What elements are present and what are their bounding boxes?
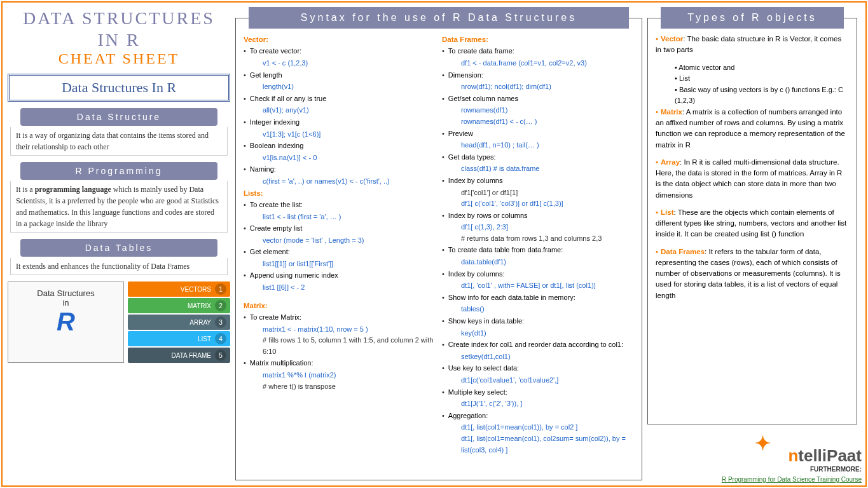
syntax-code: df1[ c(1,3), 2:3] (461, 222, 634, 233)
ds-item-list: LIST4 (128, 331, 230, 346)
syntax-bullet: •To create vector: (244, 46, 436, 57)
syntax-code: rownames(df1) (461, 105, 634, 116)
syntax-code: df1 < - data.frame (col1=v1, col2=v2, v3… (461, 58, 634, 69)
syntax-comment: # returns data from rows 1,3 and columns… (461, 233, 634, 245)
syntax-code: v1[1:3]; v1[c (1<6)] (263, 129, 436, 140)
syntax-comment: # where t() is transpose (263, 381, 436, 393)
syntax-bullet: •Matrix multiplication: (244, 358, 436, 369)
syntax-panel: Syntax for the use of R Data Structures … (235, 18, 642, 480)
syntax-bullet: •To create Matrix: (244, 312, 436, 323)
title-line1: DATA STRUCTURES (8, 8, 230, 29)
syntax-code: dt1[J('1', c('2', '3')), ] (461, 398, 634, 410)
syntax-bullet: •To create data frame: (442, 46, 634, 57)
syntax-content: Vector:•To create vector:v1 < - c (1,2,3… (236, 18, 642, 461)
syntax-code: dt1[, list(col1=mean(col1)), by = col2 ] (461, 422, 634, 433)
syntax-heading: Vector: (244, 34, 436, 45)
left-column: DATA STRUCTURES IN R CHEAT SHEET Data St… (8, 8, 230, 480)
ds-item-matrix: MATRIX2 (128, 298, 230, 313)
furthermore-label: FURTHERMORE: (722, 466, 862, 473)
right-column: Types of R objects •Vector: The basic da… (647, 8, 857, 480)
syntax-bullet: •Integer indexing (244, 117, 436, 128)
ds-item-data-frame: DATA FRAME5 (128, 348, 230, 363)
main-title: DATA STRUCTURES IN R CHEAT SHEET (8, 8, 230, 67)
type-item-list: •List: These are the objects which conta… (656, 207, 849, 240)
rp-text: It is a programming language which is ma… (10, 181, 228, 233)
type-item-vector: •Vector: The basic data structure in R i… (656, 34, 849, 56)
syntax-code: key(dt1) (461, 328, 634, 339)
syntax-bullet: •Get length (244, 70, 436, 81)
syntax-code: rownames(df1) < - c(… ) (461, 116, 634, 128)
type-item-array: •Array: In R it is called multi-dimensio… (656, 157, 849, 201)
dt-text: It extends and enhances the functionalit… (10, 258, 228, 275)
type-item-data-frames: •Data Frames: It refers to the tabular f… (656, 247, 849, 301)
middle-column: Syntax for the use of R Data Structures … (235, 8, 642, 480)
syntax-bullet: •Get/set column names (442, 93, 634, 105)
syntax-code: nrow(df1); ncol(df1); dim(df1) (461, 81, 634, 93)
syntax-bullet: •Index by rows or columns (442, 210, 634, 222)
syntax-code: class(df1) # is data.frame (461, 163, 634, 175)
syntax-bullet: •Use key to select data: (442, 363, 634, 374)
title-line3: CHEAT SHEET (8, 50, 230, 67)
types-content: •Vector: The basic data structure in R i… (648, 18, 857, 313)
syntax-heading: Data Frames: (442, 34, 634, 45)
syntax-bullet: •Get data types: (442, 152, 634, 163)
syntax-bullet: •Index by columns: (442, 269, 634, 280)
syntax-bullet: •Dimension: (442, 70, 634, 81)
title-line2: IN R (8, 29, 230, 51)
syntax-code: v1 < - c (1,2,3) (263, 58, 436, 69)
syntax-code: head(df1, n=10) ; tail(… ) (461, 140, 634, 151)
syntax-heading: Matrix: (244, 300, 436, 311)
syntax-code: list1[[1]] or list1[['First']] (263, 259, 436, 270)
syntax-bullet: •Show info for each data.table in memory… (442, 292, 634, 304)
syntax-code: data.table(df1) (461, 257, 634, 268)
section-data-structure: Data Structure It is a way of organizing… (8, 105, 230, 156)
syntax-bullet: •Multiple key select: (442, 387, 634, 398)
syntax-bullet: •Boolean indexing (244, 140, 436, 152)
syntax-bullet: •Aggregation: (442, 410, 634, 422)
footer-area: ✦ ntelliPaat FURTHERMORE: R Programming … (722, 446, 862, 484)
section-data-tables: Data Tables It extends and enhances the … (8, 236, 230, 275)
brand-logo: ✦ ntelliPaat (722, 446, 862, 466)
ds-type-list: VECTORS1MATRIX2ARRAY3LIST4DATA FRAME5 (128, 281, 230, 363)
syntax-bullet: •Create empty list (244, 223, 436, 234)
syntax-code: all(v1); any(v1) (263, 105, 436, 116)
types-header: Types of R objects (661, 7, 844, 29)
syntax-bullet: •Naming: (244, 164, 436, 175)
syntax-code: dt1[, list(col1=mean(col1), col2sum= sum… (461, 433, 634, 456)
type-sub-bullet: • Atomic vector and (675, 62, 849, 74)
ds-logo-box: Data Structuresin R (8, 281, 124, 363)
syntax-code: dt1[, 'col1' , with= FALSE] or dt1[, lis… (461, 280, 634, 292)
syntax-bullet: •Check if all or any is true (244, 93, 436, 105)
ds-text: It is a way of organizing data that cont… (10, 127, 228, 156)
syntax-code: df1[ c('col1', 'col3')] or df1[ c(1,3)] (461, 198, 634, 210)
syntax-code: v1[is.na(v1)] < - 0 (263, 152, 436, 164)
bottom-diagram: Data Structuresin R VECTORS1MATRIX2ARRAY… (8, 281, 230, 363)
syntax-code: dt1[c('col1value1', 'col1value2',] (461, 375, 634, 386)
type-sub-bullet: • Basic way of using vectors is by c () … (675, 85, 849, 107)
syntax-code: list1 < - list (first = 'a', … ) (263, 212, 436, 223)
syntax-code: matrix1 < - matrix(1:10, nrow = 5 ) (263, 324, 436, 336)
syntax-header: Syntax for the use of R Data Structures (249, 7, 629, 29)
syntax-bullet: •To create data table from data.frame: (442, 245, 634, 256)
course-link[interactable]: R Programming for Data Science Training … (722, 476, 862, 483)
syntax-code: matrix1 %*% t (matrix2) (263, 370, 436, 381)
syntax-bullet: •Index by columns (442, 175, 634, 187)
syntax-comment: # fills rows 1 to 5, column 1 with 1:5, … (263, 335, 436, 357)
ds-item-array: ARRAY3 (128, 315, 230, 330)
ds-item-vectors: VECTORS1 (128, 281, 230, 297)
syntax-code: vector (mode = 'list' , Length = 3) (263, 235, 436, 247)
syntax-bullet: •Get element: (244, 247, 436, 258)
syntax-bullet: •To create the list: (244, 200, 436, 211)
dt-header: Data Tables (20, 239, 217, 257)
syntax-code: tables() (461, 304, 634, 315)
syntax-bullet: •Show keys in data.table: (442, 316, 634, 327)
syntax-bullet: •Append using numeric index (244, 270, 436, 281)
rp-header: R Programming (20, 162, 217, 180)
ds-header: Data Structure (20, 108, 217, 126)
syntax-code: c(first = 'a', ..) or names(v1) < - c('f… (263, 176, 436, 187)
syntax-code: list1 [[6]] < - 2 (263, 282, 436, 294)
syntax-comment: df1['col1'] or df1[1] (461, 187, 634, 199)
syntax-right: Data Frames:•To create data frame:df1 < … (442, 34, 634, 456)
syntax-bullet: •Create index for col1 and reorder data … (442, 339, 634, 351)
syntax-code: setkey(dt1,col1) (461, 351, 634, 363)
